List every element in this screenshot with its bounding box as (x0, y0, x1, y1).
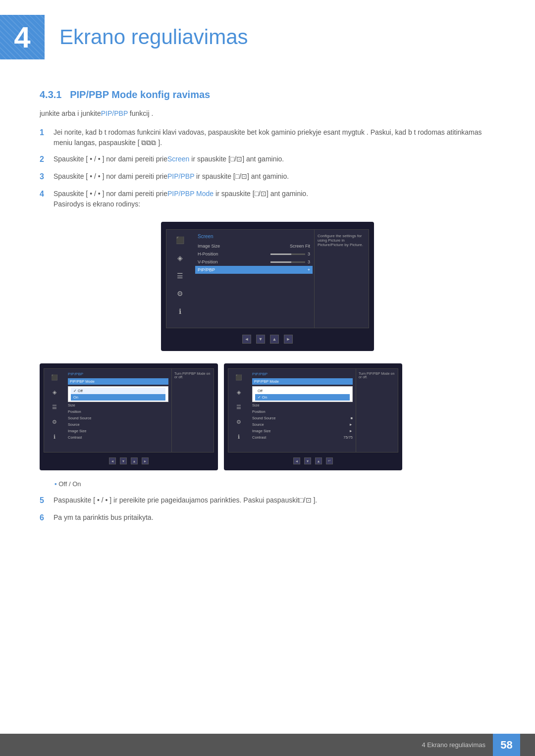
mini-row-pos-r: Position (252, 408, 353, 415)
monitor-row-pipbp-active: PIP/PBP + (195, 266, 313, 274)
mini-row-imgsize-l: Image Size (68, 428, 168, 434)
monitor-row-val-imagesize: Screen Fit (290, 244, 310, 249)
list-item-1: 1 Jei norite, kad b t rodomas funkcini k… (40, 127, 495, 148)
mini-right-text-l: Turn PIP/PBP Mode on or off. (174, 372, 210, 379)
list-text-1: Jei norite, kad b t rodomas funkcini kla… (54, 127, 495, 148)
chapter-number-box: 4 (0, 15, 45, 59)
list-num-6: 6 (40, 512, 54, 524)
nav-down: ▼ (256, 335, 265, 344)
mini-content-right: PIP/PBP PIP/PBP Mode Off ✓ On Size Posit… (249, 369, 356, 452)
list-num-3: 3 (40, 171, 54, 183)
nav-up: ▲ (270, 335, 279, 344)
mini-menu-right: ⬛ ◈ ☰ ⚙ ℹ (228, 369, 249, 452)
mini-row-contrast-l: Contrast (68, 434, 168, 441)
monitor-right-info: Configure the settings for using Picture… (314, 230, 369, 328)
main-monitor-screen: ⬛ ◈ ☰ ⚙ ℹ Screen Image Size Screen Fit H… (166, 229, 369, 328)
list-sub-text: Pasirodys is ekrano rodinys: (54, 200, 140, 208)
intro-text-before: junkite arba i junkite (40, 109, 101, 117)
monitor-icon-display: ⬛ (173, 235, 187, 246)
mini-dropdown-off-l: ✓ Off (71, 388, 165, 394)
mini-nav-r-down: ▼ (304, 457, 311, 464)
intro-paragraph: junkite arba i junkitePIP/PBP funkcij . (40, 109, 495, 117)
mini-dropdown-left: ✓ Off On (68, 386, 168, 402)
page-footer: 4 Ekrano reguliavimas 58 (0, 734, 535, 756)
footer-chapter-text: 4 Ekrano reguliavimas (422, 741, 485, 749)
mini-right-text-r: Turn PIP/PBP Mode on or off. (359, 372, 394, 379)
mini-monitor-right: ⬛ ◈ ☰ ⚙ ℹ PIP/PBP PIP/PBP Mode Off ✓ On … (224, 363, 402, 470)
list-item-2: 2 Spauskite [ • / • ] nor dami pereiti p… (40, 154, 495, 165)
mini-header-left: PIP/PBP (68, 372, 168, 376)
mini-right-right: Turn PIP/PBP Mode on or off. (356, 369, 398, 452)
mini-nav-l-up: ▲ (131, 457, 138, 464)
mini-dropdown-on-l: On (71, 394, 165, 401)
monitor-row-label-hpos: H-Position (198, 252, 218, 256)
mini-row-sound-l: Sound Source (68, 415, 168, 421)
list-text-4: Spauskite [ • / • ] nor dami pereiti pri… (54, 189, 495, 209)
chapter-number: 4 (14, 20, 30, 54)
mini-nav-l-left: ◄ (109, 457, 116, 464)
mini-icon-display-l: ⬛ (49, 373, 60, 382)
monitor-main-content: Screen Image Size Screen Fit H-Position … (194, 230, 314, 328)
mini-header-right: PIP/PBP (252, 372, 353, 376)
list-text-6: Pa ym ta parinktis bus pritaikyta. (54, 512, 495, 524)
mini-monitor-left: ⬛ ◈ ☰ ⚙ ℹ PIP/PBP PIP/PBP Mode ✓ Off On … (40, 363, 218, 470)
section-title: 4.3.1 PIP/PBP Mode konfig ravimas (40, 89, 495, 101)
main-list: 1 Jei norite, kad b t rodomas funkcini k… (40, 127, 495, 209)
mini-content-left: PIP/PBP PIP/PBP Mode ✓ Off On Size Posit… (65, 369, 171, 452)
mini-row-source-r: Source► (252, 421, 353, 428)
mini-row-size-l: Size (68, 402, 168, 408)
mini-icon-info-l: ℹ (49, 432, 60, 441)
monitor-row-vpos: V-Position 3 (198, 258, 310, 266)
mini-nav-r-up: ▲ (315, 457, 322, 464)
list-item-4: 4 Spauskite [ • / • ] nor dami pereiti p… (40, 189, 495, 209)
list-text-3: Spauskite [ • / • ] nor dami pereiti pri… (54, 171, 495, 183)
mini-menu-left: ⬛ ◈ ☰ ⚙ ℹ (44, 369, 65, 452)
section-heading: PIP/PBP Mode konfig ravimas (70, 89, 210, 100)
monitor-row-val-pipbp: + (308, 267, 310, 272)
monitor-icon-info: ℹ (173, 306, 187, 317)
mini-right-left: Turn PIP/PBP Mode on or off. (171, 369, 214, 452)
list-text-2: Spauskite [ • / • ] nor dami pereiti pri… (54, 154, 495, 165)
mini-subheader-left: PIP/PBP Mode (68, 378, 168, 385)
mini-dropdown-on-r: ✓ On (255, 394, 350, 401)
mini-icon-lines-r: ☰ (233, 403, 244, 411)
list-item-3: 3 Spauskite [ • / • ] nor dami pereiti p… (40, 171, 495, 183)
mini-dropdown-off-r: Off (255, 388, 350, 394)
mini-row-pos-l: Position (68, 408, 168, 415)
monitor-right-text: Configure the settings for using Picture… (318, 234, 363, 247)
sub-list: Off / On (54, 480, 495, 488)
monitor-row-label-pipbp: PIP/PBP (198, 267, 215, 272)
intro-text-after: funkcij . (128, 109, 153, 117)
mini-nav-r-left: ◄ (293, 457, 300, 464)
continued-list: 5 Paspauskite [ • / • ] ir pereikite pri… (40, 495, 495, 524)
mini-icon-adjust-r: ◈ (233, 388, 244, 397)
mini-screen-right: ⬛ ◈ ☰ ⚙ ℹ PIP/PBP PIP/PBP Mode Off ✓ On … (228, 368, 398, 453)
mini-nav-r-enter: ↵ (326, 457, 333, 464)
mini-row-contrast-r: Contrast75/75 (252, 434, 353, 441)
mini-icon-gear-r: ⚙ (233, 417, 244, 426)
monitor-row-label-imagesize: Image Size (198, 244, 220, 249)
monitor-row-hpos: H-Position 3 (198, 250, 310, 258)
sub-list-item: Off / On (54, 480, 81, 488)
mini-icon-lines-l: ☰ (49, 403, 60, 411)
monitor-nav-row: ◄ ▼ ▲ ► (166, 332, 369, 346)
mini-icon-adjust-l: ◈ (49, 388, 60, 397)
mini-screen-left: ⬛ ◈ ☰ ⚙ ℹ PIP/PBP PIP/PBP Mode ✓ Off On … (44, 368, 214, 453)
list-num-5: 5 (40, 495, 54, 506)
mini-nav-l-down: ▼ (120, 457, 127, 464)
nav-left: ◄ (242, 335, 251, 344)
list-text-5: Paspauskite [ • / • ] ir pereikite prie … (54, 495, 495, 506)
nav-right: ► (284, 335, 293, 344)
mini-icon-display-r: ⬛ (233, 373, 244, 382)
section-number: 4.3.1 (40, 89, 61, 100)
mini-row-size-r: Size (252, 402, 353, 408)
monitor-screen-label: Screen (198, 234, 310, 239)
mini-subheader-right: PIP/PBP Mode (252, 378, 353, 385)
monitor-icon-adjust: ◈ (173, 252, 187, 263)
mini-dropdown-right: Off ✓ On (252, 386, 353, 402)
monitor-icon-gear: ⚙ (173, 288, 187, 299)
mini-icon-info-r: ℹ (233, 432, 244, 441)
intro-highlight: PIP/PBP (101, 109, 128, 117)
mini-row-sound-r: Sound Source■ (252, 415, 353, 421)
footer-page-number: 58 (493, 734, 520, 756)
